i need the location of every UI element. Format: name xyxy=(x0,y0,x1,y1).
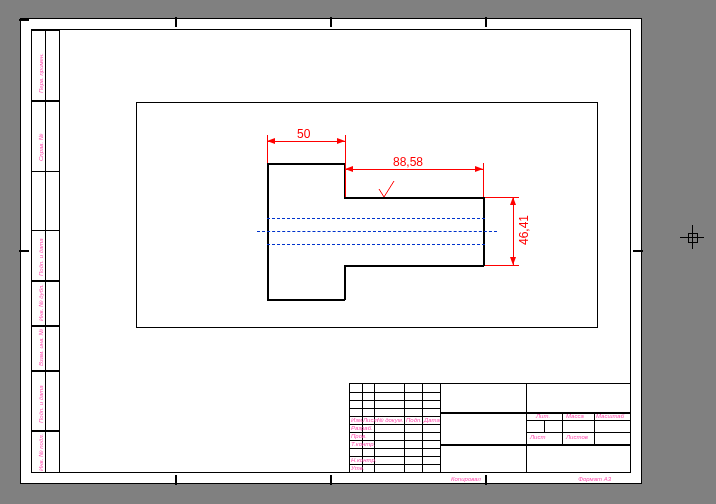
divider xyxy=(350,448,440,449)
divider xyxy=(422,384,423,472)
frame-tick xyxy=(175,17,177,27)
dim-extension xyxy=(485,265,519,266)
binding-cell: Справ. № xyxy=(32,100,60,172)
frame-tick xyxy=(19,19,29,21)
dimension-value: 88,58 xyxy=(393,155,423,169)
divider xyxy=(45,30,46,472)
part-edge xyxy=(267,163,345,165)
divider xyxy=(526,420,630,421)
divider xyxy=(404,384,405,472)
divider xyxy=(350,392,440,393)
part-edge xyxy=(344,265,484,267)
tb-label: Лит. xyxy=(536,413,550,419)
tb-label: Пров. xyxy=(351,433,367,439)
dim-extension xyxy=(483,163,484,197)
crosshair-cursor-icon xyxy=(680,225,704,249)
dim-arrow-icon xyxy=(337,138,345,144)
tb-label: Утв. xyxy=(351,465,365,471)
divider xyxy=(440,444,630,446)
tb-label: Дата xyxy=(424,417,440,423)
frame-tick xyxy=(330,17,332,27)
divider xyxy=(594,412,595,444)
frame-tick xyxy=(19,250,29,252)
format-label: Формат A3 xyxy=(578,476,611,482)
frame-tick xyxy=(633,250,643,252)
tb-label: Подп. xyxy=(406,417,422,423)
surface-finish-icon xyxy=(377,181,397,203)
dim-arrow-icon xyxy=(475,166,483,172)
dim-arrow-icon xyxy=(345,166,353,172)
part-edge xyxy=(267,299,345,301)
divider xyxy=(440,384,441,472)
divider xyxy=(350,408,440,409)
binding-label: Перв. примен. xyxy=(38,53,44,93)
binding-cell: Инв. № подл. xyxy=(32,430,60,475)
dim-arrow-icon xyxy=(510,257,516,265)
frame-tick xyxy=(175,475,177,485)
tb-label: Н.контр. xyxy=(351,457,376,463)
hidden-line xyxy=(267,244,485,245)
tb-label: Разраб. xyxy=(351,425,373,431)
dimension-value: 50 xyxy=(297,127,310,141)
divider xyxy=(526,432,630,433)
drawing-sheet: Перв. примен. Справ. № Подп. и дата Инв.… xyxy=(20,18,642,484)
inner-frame: 50 88,58 46,41 xyxy=(59,29,631,473)
binding-label: Подп. и дата xyxy=(38,238,44,276)
binding-column: Перв. примен. Справ. № Подп. и дата Инв.… xyxy=(31,29,60,473)
dimension-value: 46,41 xyxy=(517,215,531,245)
binding-cell: Инв. № дубл. xyxy=(32,280,60,327)
frame-tick xyxy=(485,475,487,485)
hidden-line xyxy=(267,218,485,219)
divider xyxy=(544,420,545,432)
dim-extension xyxy=(345,135,346,163)
divider xyxy=(526,412,527,472)
tb-label: Изм. xyxy=(351,417,364,423)
binding-label: Инв. № подл. xyxy=(38,434,44,471)
cad-canvas[interactable]: Перв. примен. Справ. № Подп. и дата Инв.… xyxy=(0,0,716,504)
binding-cell: Подп. и дата xyxy=(32,230,60,282)
dim-line xyxy=(345,169,483,170)
dim-arrow-icon xyxy=(267,138,275,144)
dim-line xyxy=(267,141,345,142)
binding-label: Инв. № дубл. xyxy=(38,284,44,321)
tb-label: Листов xyxy=(566,434,588,440)
frame-tick xyxy=(330,475,332,485)
title-block: Изм. Лист № докум. Подп. Дата Разраб. Пр… xyxy=(349,383,630,472)
binding-label: Взам. инв. № xyxy=(38,329,44,366)
dim-line xyxy=(513,197,514,265)
tb-label: Лист xyxy=(530,434,545,440)
frame-tick xyxy=(485,17,487,27)
binding-cell: Взам. инв. № xyxy=(32,325,60,372)
divider xyxy=(350,400,440,401)
part-edge xyxy=(344,197,484,199)
part-edge xyxy=(344,265,346,300)
tb-label: № докум. xyxy=(377,417,403,423)
binding-cell: Перв. примен. xyxy=(32,30,60,102)
dim-arrow-icon xyxy=(510,197,516,205)
binding-label: Справ. № xyxy=(38,134,44,161)
binding-label: Подп. и дата xyxy=(38,385,44,423)
divider xyxy=(562,412,563,444)
drawing-viewport: 50 88,58 46,41 xyxy=(136,102,598,328)
tb-label: Масштаб xyxy=(596,413,624,419)
tb-label: Масса xyxy=(566,413,584,419)
tb-label: Т.контр. xyxy=(351,441,375,447)
binding-cell: Подп. и дата xyxy=(32,370,60,432)
copied-by-label: Копировал xyxy=(451,476,481,482)
center-line xyxy=(257,231,497,232)
